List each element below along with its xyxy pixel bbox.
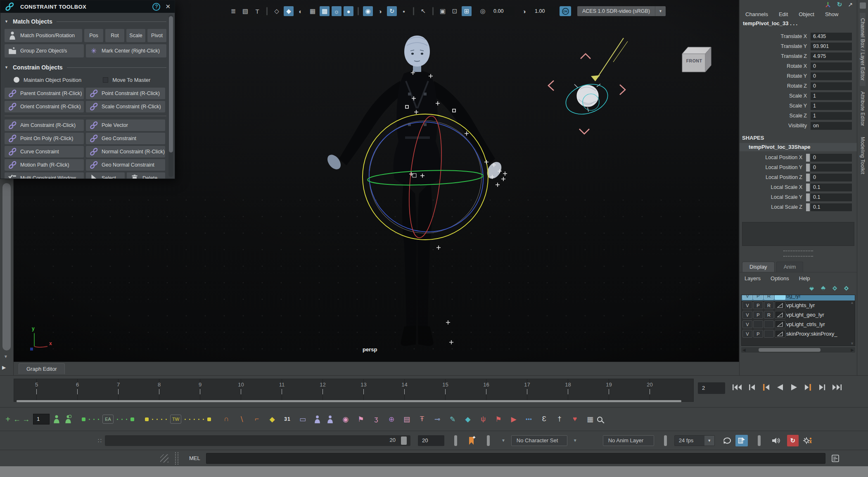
fps-dropdown[interactable]: 24 fps ▼ [674, 435, 715, 446]
layer-name[interactable]: bg_lyr [786, 295, 801, 299]
flag-marker-icon[interactable]: ⚑ [356, 415, 365, 424]
chevron-down-icon[interactable]: ▼ [704, 436, 714, 446]
attribute-label[interactable]: Local Scale Y [740, 194, 806, 200]
timeline-frame-cell[interactable]: 11 [261, 379, 302, 401]
frame-entry-field[interactable]: 1 [33, 414, 50, 425]
splitter-handle[interactable] [783, 256, 813, 257]
match-position-rotation-button[interactable]: Match Position/Rotation [5, 29, 82, 42]
layer-visibility-toggle[interactable]: V [742, 295, 752, 300]
constraint-button[interactable]: Curve Constraint [5, 146, 84, 157]
animation-preferences-icon[interactable] [803, 436, 813, 445]
bookmark-red-icon[interactable]: ⚑ [494, 415, 503, 424]
menu-item[interactable]: Options [771, 275, 789, 281]
image-plane-icon[interactable]: ▧ [240, 6, 250, 16]
tw-button[interactable]: TW [170, 415, 181, 424]
layer-name[interactable]: vpLight_ctrls_lyr [786, 321, 825, 327]
ambient-occlusion-icon[interactable]: ◑ [375, 6, 385, 16]
globe-tool-icon[interactable]: ⊕ [387, 415, 396, 424]
scrollbar-thumb[interactable] [169, 16, 173, 153]
layer-editor-tab[interactable]: Anim [776, 262, 804, 272]
checker-material-icon[interactable]: ▩ [320, 6, 330, 16]
scroll-left-icon[interactable]: ◀ [742, 348, 746, 352]
sphere-handle-icon[interactable]: ◉ [341, 415, 350, 424]
attribute-label[interactable]: Translate Z [740, 53, 811, 59]
step-forward-frame-button[interactable] [818, 383, 827, 391]
attribute-value-field[interactable]: 0 [811, 72, 852, 80]
layer-playback-toggle[interactable] [753, 320, 763, 328]
uv-editor-icon[interactable]: ≣ [228, 6, 238, 16]
character-key-icon[interactable] [64, 415, 73, 424]
rotate-mode-icon[interactable]: ↻ [837, 1, 842, 8]
attribute-label[interactable]: Local Position Z [740, 174, 806, 180]
toolbar-divider[interactable] [266, 7, 268, 15]
constrain-objects-section-header[interactable]: ▼ Constrain Objects [5, 63, 166, 72]
add-bookmark-icon[interactable] [468, 435, 476, 446]
layer-name[interactable]: skinProxy:skinProxy_ [786, 331, 837, 337]
attribute-value-field[interactable]: 1 [811, 92, 852, 100]
constraint-button[interactable]: Parent Constraint (R-Click) [5, 88, 84, 99]
expression-editor-icon[interactable]: Ɛ [540, 415, 549, 423]
hik-skeleton-icon[interactable]: Ŧ [417, 415, 427, 423]
gamma-icon[interactable]: ◑ [519, 6, 529, 16]
selected-layer-row[interactable]: V P R bg_lyr [742, 295, 855, 301]
auto-keyframe-toggle[interactable]: ↻ [787, 435, 799, 446]
step-back-frame-button[interactable] [747, 383, 757, 391]
new-empty-layer-icon[interactable] [831, 284, 839, 292]
constraint-button[interactable]: Point Constraint (R-Click) [86, 88, 165, 99]
constraint-button[interactable]: Geo Normal Constraint [86, 159, 165, 171]
pose-library-icon[interactable]: ▤ [402, 415, 411, 424]
mute-audio-icon[interactable] [771, 436, 781, 445]
delete-button[interactable]: Delete [127, 172, 165, 179]
attribute-value-field[interactable]: 0 [811, 62, 852, 70]
match-quick-button[interactable]: Pivot [147, 29, 166, 42]
prev-key-arrow-icon[interactable]: ← [12, 415, 21, 424]
step-forward-key-button[interactable] [804, 383, 813, 391]
layer-row[interactable]: V P R vpLight_geo_lyr [742, 310, 855, 320]
constraint-toolbox-titlebar[interactable]: CONSTRAINT TOOLBOX ? ✕ [0, 0, 175, 13]
mark-center-button[interactable]: ✳ Mark Center (Right-Click) [86, 44, 166, 57]
attribute-label[interactable]: Visibility [740, 123, 811, 129]
attribute-value-field[interactable]: 93.901 [811, 43, 852, 50]
toolbar-divider[interactable] [432, 7, 434, 15]
scrollbar-thumb[interactable] [2, 183, 11, 351]
chevron-down-icon[interactable]: ▼ [501, 438, 505, 443]
buffer-key-icon[interactable]: ◆ [268, 415, 277, 424]
chevron-down-icon[interactable]: ▼ [5, 65, 13, 69]
workspace-icon[interactable] [860, 2, 866, 9]
timeline-frame-cell[interactable]: 7 [98, 379, 139, 401]
match-quick-button[interactable]: Pos [84, 29, 103, 42]
layer-name[interactable]: vpLights_lyr [786, 302, 815, 308]
lattice-icon[interactable]: ▦ [586, 415, 595, 424]
drag-grip-icon[interactable]: ∷ [98, 437, 102, 444]
timeline-frame-cell[interactable]: 13 [343, 379, 384, 401]
toolbox-scrollbar[interactable] [168, 14, 173, 177]
layer-visibility-toggle[interactable]: V [742, 330, 752, 338]
select-region-icon[interactable]: ▭ [298, 415, 307, 424]
layer-list-vertical-scrollbar[interactable]: ▲ ▼ [850, 301, 855, 346]
pencil-curve-icon[interactable]: ✎ [448, 415, 457, 424]
playback-loop-icon[interactable] [722, 436, 732, 445]
timeline-frame-cell[interactable]: 12 [302, 379, 343, 401]
shaded-display-icon[interactable]: ◆ [284, 6, 294, 16]
layer-display-toggle[interactable] [764, 320, 774, 328]
curl-deformer-icon[interactable]: ʒ [372, 415, 381, 423]
dock-handle[interactable] [178, 452, 178, 465]
shape-node-name[interactable]: tempPivot_loc_33Shape [740, 143, 857, 151]
color-management-toggle[interactable]: ON [560, 6, 571, 16]
timeline-frame-cell[interactable]: 19 [588, 379, 629, 401]
search-icon[interactable] [597, 417, 602, 422]
constraint-button[interactable]: Normal Constraint (R-Click) [86, 146, 165, 157]
sidebar-tab[interactable]: Attribute Editor [860, 86, 866, 131]
attribute-value-field[interactable]: 0 [811, 154, 852, 162]
constraint-button[interactable]: Motion Path (R-Click) [5, 159, 84, 171]
layer-display-toggle[interactable]: R [764, 311, 774, 319]
range-slider-handle[interactable] [401, 436, 407, 445]
sidebar-tab[interactable]: Channel Box / Layer Editor [860, 13, 866, 86]
toolbar-divider[interactable] [413, 7, 414, 15]
range-start-handle[interactable] [454, 435, 457, 446]
anim-layer-selector[interactable]: No Anim Layer [603, 435, 654, 446]
current-frame-field[interactable]: 2 [698, 382, 725, 394]
timeline-frame-cell[interactable]: 14 [384, 379, 425, 401]
layer-playback-toggle[interactable]: P [753, 295, 763, 300]
divider-handle[interactable] [758, 435, 761, 446]
